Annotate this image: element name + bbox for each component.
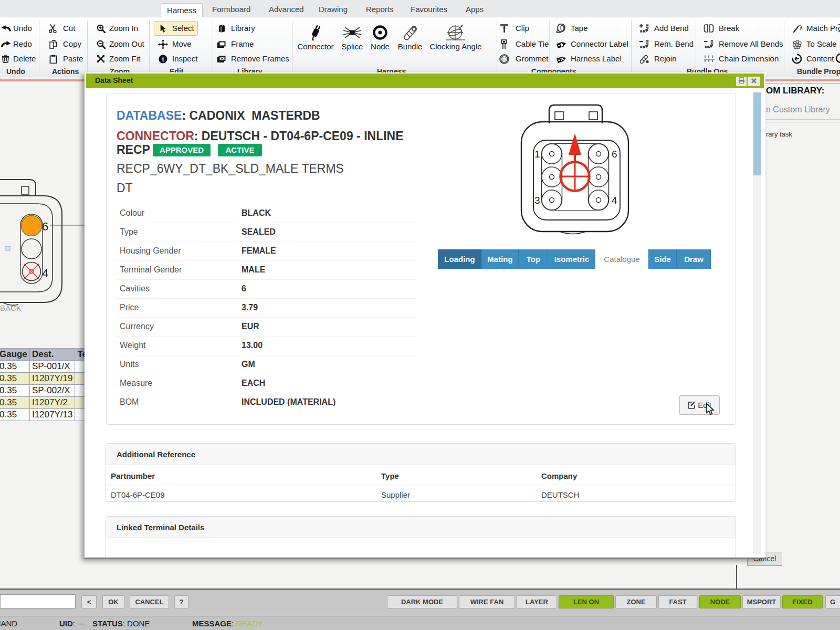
svg-text:BACK: BACK <box>0 303 22 312</box>
svg-text:4: 4 <box>42 267 48 280</box>
svg-text:4: 4 <box>612 195 617 206</box>
svg-text:6: 6 <box>612 149 617 160</box>
svg-text:1: 1 <box>534 149 540 160</box>
svg-text:6: 6 <box>42 220 48 233</box>
svg-text:3: 3 <box>534 195 540 206</box>
